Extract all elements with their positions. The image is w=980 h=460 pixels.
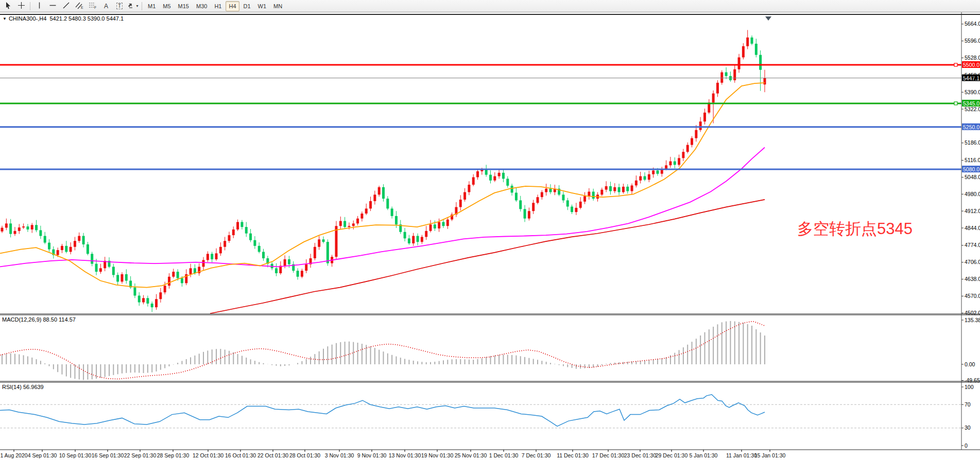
time-axis-label: 11 Dec 01:30	[557, 452, 589, 458]
horizontal-line-button[interactable]	[46, 1, 59, 11]
macd-indicator-label: MACD(12,26,9) 88.50 114.57	[2, 316, 76, 323]
rsi-axis-label: 100	[965, 384, 974, 390]
horizontal-line-icon	[49, 2, 57, 11]
rsi-axis-label: 0	[965, 443, 968, 449]
price-axis-label: 5048.0	[965, 174, 980, 180]
time-axis-label: 4 Sep 01:30	[28, 452, 57, 458]
time-axis-label: 10 Sep 01:30	[59, 452, 92, 458]
crosshair-button[interactable]	[15, 1, 27, 11]
price-axis-label: 4844.0	[965, 225, 980, 231]
time-axis-label: 23 Dec 01:30	[624, 452, 657, 458]
price-tag-text: 5080.0	[963, 166, 979, 172]
price-axis[interactable]: 5500.05345.05250.05080.05447.15664.05596…	[961, 21, 980, 448]
arrow-objects-icon	[127, 2, 135, 11]
ohlc-values: 5421.2 5480.3 5390.0 5447.1	[49, 15, 124, 22]
macd-panel[interactable]	[0, 321, 765, 380]
price-axis-label: 5458.0	[965, 72, 980, 78]
timeframe-d1-button[interactable]: D1	[240, 1, 254, 11]
hline-handle[interactable]	[954, 102, 957, 105]
text-label-icon: T	[116, 3, 123, 9]
trendline-button[interactable]	[60, 1, 72, 11]
time-axis[interactable]: 1 Aug 20204 Sep 01:3010 Sep 01:3016 Sep …	[0, 450, 785, 458]
chart-title: ▼CHINA300-,H4 5421.2 5480.3 5390.0 5447.…	[3, 15, 124, 22]
macd-axis-label: 135.38	[965, 317, 980, 323]
price-axis-label: 5596.0	[965, 38, 980, 44]
toolbar-separator	[142, 2, 142, 10]
text-button[interactable]: A	[100, 1, 112, 11]
crosshair-icon	[18, 2, 25, 11]
time-axis-label: 1 Dec 01:30	[489, 452, 519, 458]
price-axis-label: 4638.0	[965, 276, 980, 282]
price-axis-label: 5528.0	[965, 55, 980, 61]
dropdown-arrow-icon[interactable]: ▾	[136, 4, 138, 8]
time-axis-label: 28 Oct 01:30	[289, 452, 320, 458]
chart-text-annotation[interactable]: 多空转折点5345	[797, 221, 913, 237]
rsi-value: 56.9639	[23, 384, 44, 390]
text-label-button[interactable]: T	[113, 1, 126, 11]
time-axis-label: 1 Aug 2020	[0, 452, 27, 458]
time-axis-label: 25 Nov 01:30	[455, 452, 487, 458]
price-tag-text: 5500.0	[963, 62, 979, 68]
rsi-axis-label: 30	[965, 424, 971, 431]
trading-platform-window: EFAT▾M1M5M15M30H1H4D1W1MN ▼CHINA300-,H4 …	[0, 0, 980, 460]
arrow-objects-button[interactable]: ▾	[127, 1, 139, 11]
price-axis-label: 5664.0	[965, 21, 980, 27]
timeframe-m30-button[interactable]: M30	[193, 1, 210, 11]
timeframe-m15-button[interactable]: M15	[175, 1, 192, 11]
cursor-icon	[4, 2, 12, 11]
price-axis-label: 4980.0	[965, 191, 980, 197]
time-axis-label: 22 Sep 01:30	[124, 452, 157, 458]
timeframe-m1-button[interactable]: M1	[145, 1, 159, 11]
toolbar: EFAT▾M1M5M15M30H1H4D1W1MN	[0, 0, 980, 12]
time-axis-label: 17 Dec 01:30	[592, 452, 625, 458]
svg-text:F: F	[94, 6, 96, 9]
time-axis-label: 29 Dec 01:30	[656, 452, 688, 458]
time-axis-label: 16 Sep 01:30	[92, 452, 124, 458]
chart-frame-top	[0, 14, 980, 15]
timeframe-w1-button[interactable]: W1	[255, 1, 270, 11]
cursor-button[interactable]	[2, 1, 14, 11]
price-axis-label: 5390.0	[965, 89, 980, 95]
time-axis-label: 15 Jan 01:30	[754, 452, 786, 458]
fibonacci-retracement-icon: F	[89, 2, 97, 11]
time-axis-label: 13 Nov 01:30	[389, 452, 421, 458]
ma-mid-line	[0, 148, 765, 267]
timeframe-h4-button[interactable]: H4	[226, 1, 239, 11]
ma-fast-line	[0, 83, 765, 288]
price-axis-label: 4912.0	[965, 208, 980, 214]
vertical-line-button[interactable]	[33, 1, 45, 11]
time-axis-label: 12 Oct 01:30	[193, 452, 223, 458]
text-icon: A	[104, 3, 108, 10]
price-axis-label: 5186.0	[965, 139, 980, 146]
time-axis-label: 3 Nov 01:30	[325, 452, 354, 458]
symbol-period-label: CHINA300-,H4	[9, 15, 46, 22]
equidistant-channel-icon: E	[75, 2, 83, 11]
fibonacci-retracement-button[interactable]: F	[87, 1, 99, 11]
timeframe-mn-button[interactable]: MN	[270, 1, 285, 11]
trendline-icon	[62, 2, 70, 11]
rsi-axis-label: 70	[965, 401, 971, 408]
equidistant-channel-button[interactable]: E	[73, 1, 85, 11]
time-axis-label: 22 Oct 01:30	[257, 452, 288, 458]
candles	[1, 30, 766, 312]
rsi-line	[0, 395, 765, 427]
time-axis-label: 16 Oct 01:30	[225, 452, 256, 458]
chart-window[interactable]: ▼CHINA300-,H4 5421.2 5480.3 5390.0 5447.…	[0, 12, 980, 460]
ma-slow-line	[210, 200, 765, 313]
hline-handle[interactable]	[954, 63, 957, 66]
macd-values: 88.50 114.57	[43, 316, 75, 323]
time-axis-label: 5 Jan 01:30	[690, 452, 718, 458]
macd-signal-line	[0, 322, 764, 379]
time-axis-label: 19 Nov 01:30	[421, 452, 454, 458]
timeframe-m5-button[interactable]: M5	[160, 1, 174, 11]
toolbar-separator	[30, 2, 30, 10]
price-axis-label: 5322.0	[965, 106, 980, 112]
rsi-panel[interactable]	[0, 395, 961, 428]
chart-dropdown-icon[interactable]: ▼	[3, 16, 7, 21]
timeframe-h1-button[interactable]: H1	[211, 1, 225, 11]
down-arrow-marker[interactable]	[765, 16, 771, 21]
main-chart-panel[interactable]	[0, 16, 961, 313]
vertical-line-icon	[36, 2, 43, 11]
price-tag-text: 5250.0	[963, 124, 979, 130]
time-axis-label: 28 Sep 01:30	[157, 452, 190, 458]
